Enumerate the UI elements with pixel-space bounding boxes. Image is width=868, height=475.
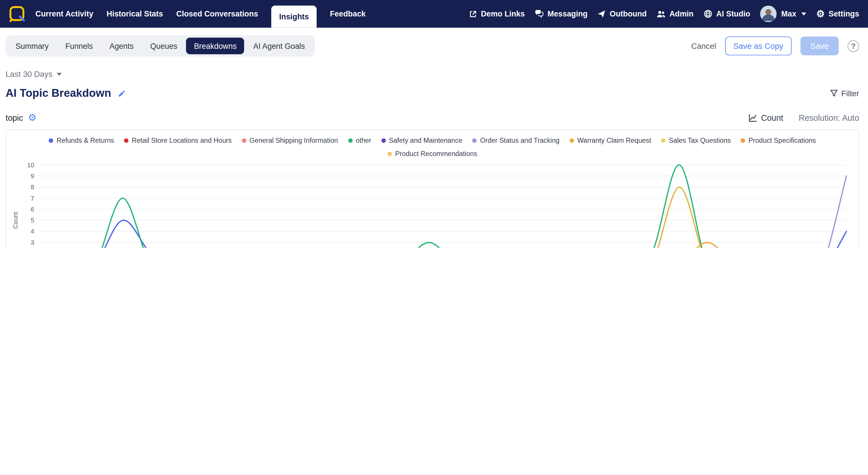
cancel-button[interactable]: Cancel xyxy=(691,42,716,51)
line-chart-icon xyxy=(748,113,757,122)
legend-item-safety-and-maintenance[interactable]: Safety and Maintenance xyxy=(381,137,462,145)
outbound-link[interactable]: Outbound xyxy=(597,9,647,19)
legend-dot xyxy=(124,138,128,143)
nav-item-insights[interactable]: Insights xyxy=(271,5,316,28)
series-line-order-status-and-tracking xyxy=(39,176,847,248)
tab-funnels[interactable]: Funnels xyxy=(58,37,100,54)
report-tabs: SummaryFunnelsAgentsQueuesBreakdownsAI A… xyxy=(5,35,315,57)
y-tick-label: 4 xyxy=(31,228,34,235)
chart-legend: Refunds & ReturnsRetail Store Locations … xyxy=(10,137,854,158)
chat-icon xyxy=(535,9,544,19)
legend-item-order-status-and-tracking[interactable]: Order Status and Tracking xyxy=(472,137,560,145)
globe-icon xyxy=(704,9,713,19)
y-tick-label: 3 xyxy=(31,239,34,246)
series-line-warranty-claim-request xyxy=(39,187,847,248)
date-range-selector[interactable]: Last 30 Days xyxy=(5,70,62,78)
legend-dot xyxy=(661,138,665,143)
date-range-label: Last 30 Days xyxy=(5,70,52,78)
legend-item-sales-tax-questions[interactable]: Sales Tax Questions xyxy=(661,137,731,145)
chevron-down-icon xyxy=(56,72,62,76)
series-line-refunds-returns xyxy=(39,220,847,248)
dimension-selector: topic ⚙ xyxy=(5,113,36,123)
legend-item-retail-store-locations-and-hours[interactable]: Retail Store Locations and Hours xyxy=(124,137,232,145)
legend-dot xyxy=(242,138,246,143)
title-row: AI Topic Breakdown Filter xyxy=(5,87,859,100)
resolution-label: Resolution: Auto xyxy=(799,113,859,123)
tab-agents[interactable]: Agents xyxy=(102,37,141,54)
save-button[interactable]: Save xyxy=(800,36,839,55)
nav-item-historical-stats[interactable]: Historical Stats xyxy=(106,0,163,28)
gear-icon: ⚙ xyxy=(816,9,825,19)
tab-queues[interactable]: Queues xyxy=(143,37,185,54)
user-menu[interactable]: Max xyxy=(760,5,806,22)
settings-button[interactable]: ⚙ Settings xyxy=(816,9,859,19)
navbar-links: Demo LinksMessagingOutboundAdminAI Studi… xyxy=(469,9,750,19)
nav-item-current-activity[interactable]: Current Activity xyxy=(35,0,93,28)
gear-icon[interactable]: ⚙ xyxy=(28,113,36,123)
paper-plane-icon xyxy=(597,10,606,18)
y-tick-label: 6 xyxy=(31,206,34,213)
y-tick-label: 7 xyxy=(31,194,34,202)
tab-breakdowns[interactable]: Breakdowns xyxy=(186,37,244,54)
filter-button[interactable]: Filter xyxy=(830,89,859,98)
nav-item-closed-conversations[interactable]: Closed Conversations xyxy=(176,0,258,28)
primary-nav: Current ActivityHistorical StatsClosed C… xyxy=(35,0,379,28)
legend-item-general-shipping-information[interactable]: General Shipping Information xyxy=(242,137,338,145)
legend-item-warranty-claim-request[interactable]: Warranty Claim Request xyxy=(569,137,651,145)
app-root: Current ActivityHistorical StatsClosed C… xyxy=(0,0,868,248)
users-icon xyxy=(657,10,666,18)
quiq-logo-icon[interactable] xyxy=(9,0,25,28)
legend-item-product-recommendations[interactable]: Product Recommendations xyxy=(388,150,477,158)
ai-studio-link[interactable]: AI Studio xyxy=(704,9,750,19)
avatar xyxy=(760,5,777,22)
legend-dot xyxy=(472,138,477,143)
dimension-row: topic ⚙ Count Resolution: Auto xyxy=(5,113,859,123)
legend-item-other[interactable]: other xyxy=(348,137,371,145)
top-navbar: Current ActivityHistorical StatsClosed C… xyxy=(0,0,868,28)
pencil-icon[interactable] xyxy=(118,89,126,97)
tab-summary[interactable]: Summary xyxy=(8,37,56,54)
y-axis-label: Count xyxy=(12,212,19,229)
page-title: AI Topic Breakdown xyxy=(5,87,111,100)
admin-link[interactable]: Admin xyxy=(657,9,694,19)
y-tick-label: 10 xyxy=(27,162,34,168)
settings-label: Settings xyxy=(829,9,859,19)
series-line-product-specifications xyxy=(39,243,847,248)
legend-dot xyxy=(348,138,352,143)
y-tick-label: 5 xyxy=(31,217,34,224)
chevron-down-icon xyxy=(801,12,806,15)
metric-label: Count xyxy=(761,113,783,123)
chart-card: Refunds & ReturnsRetail Store Locations … xyxy=(5,129,859,248)
filter-label: Filter xyxy=(841,89,859,98)
series-line-other xyxy=(39,165,847,248)
messaging-link[interactable]: Messaging xyxy=(535,9,588,19)
legend-dot xyxy=(49,138,53,143)
topic-breakdown-chart: 012345678910Jan 26Jan 27Jan 28Jan 29Jan … xyxy=(10,162,854,248)
help-icon[interactable]: ? xyxy=(847,40,859,52)
y-tick-label: 9 xyxy=(31,172,34,180)
demo-links-link[interactable]: Demo Links xyxy=(469,9,525,19)
y-tick-label: 8 xyxy=(31,184,34,191)
legend-dot xyxy=(569,138,574,143)
dimension-label: topic xyxy=(5,113,23,123)
save-as-copy-button[interactable]: Save as Copy xyxy=(725,36,792,55)
legend-item-refunds-returns[interactable]: Refunds & Returns xyxy=(49,137,114,145)
nav-item-feedback[interactable]: Feedback xyxy=(330,0,366,28)
user-name: Max xyxy=(781,9,796,19)
funnel-icon xyxy=(830,89,838,97)
toolbar-actions: Cancel Save as Copy Save ? xyxy=(691,36,859,55)
report-toolbar: SummaryFunnelsAgentsQueuesBreakdownsAI A… xyxy=(5,35,859,57)
navbar-right: Demo LinksMessagingOutboundAdminAI Studi… xyxy=(469,0,859,28)
external-link-icon xyxy=(469,10,477,18)
legend-dot xyxy=(741,138,745,143)
metric-controls: Count Resolution: Auto xyxy=(748,113,859,123)
legend-dot xyxy=(388,152,392,156)
tab-ai-agent-goals[interactable]: AI Agent Goals xyxy=(245,37,313,54)
legend-item-product-specifications[interactable]: Product Specifications xyxy=(741,137,816,145)
legend-dot xyxy=(381,138,385,143)
count-metric-toggle[interactable]: Count xyxy=(748,113,783,123)
